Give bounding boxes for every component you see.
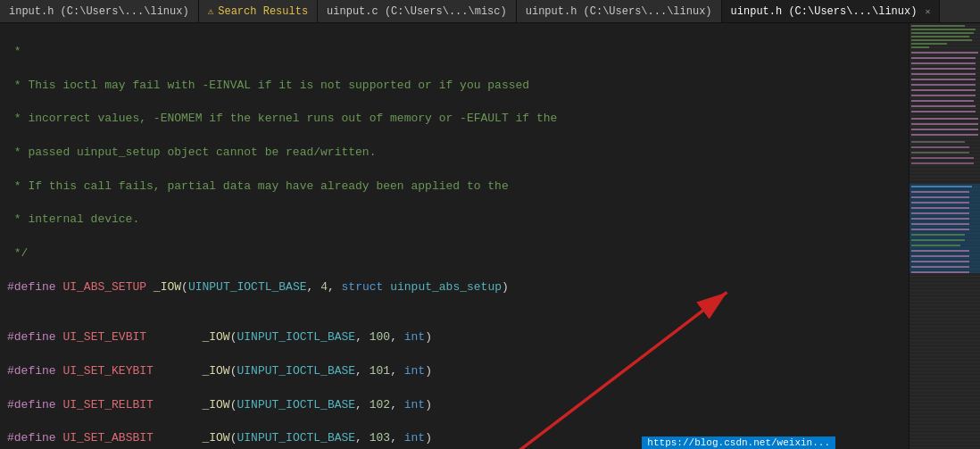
tab-uinput-h-2[interactable]: uinput.h (C:\Users\...\linux) ✕ [722,0,941,22]
tab-input-h[interactable]: input.h (C:\Users\...\linux) [0,0,199,22]
minimap [909,23,980,449]
svg-rect-10 [911,57,976,59]
tab-label: input.h (C:\Users\...\linux) [9,5,189,18]
tab-close-button[interactable]: ✕ [925,6,930,17]
svg-rect-29 [911,162,974,164]
svg-rect-24 [911,134,978,136]
svg-rect-2 [911,25,965,27]
svg-rect-22 [911,123,978,125]
svg-rect-25 [911,141,965,143]
svg-rect-44 [911,255,969,257]
warning-icon: ⚠ [208,5,214,17]
svg-rect-11 [911,62,976,64]
svg-rect-5 [911,36,969,37]
svg-rect-27 [911,152,969,154]
svg-rect-38 [911,223,969,225]
tab-label: uinput.h (C:\Users\...\linux) [526,5,712,18]
tab-label: Search Results [218,5,308,18]
svg-rect-18 [911,100,974,102]
svg-rect-40 [911,234,965,236]
svg-rect-19 [911,105,976,107]
tab-label: uinput.h (C:\Users\...\linux) [731,5,918,18]
svg-rect-9 [911,52,978,54]
svg-rect-13 [911,73,976,75]
url-bar: https://blog.csdn.net/weixin... [642,437,835,449]
code-content: * * This ioctl may fail with -EINVAL if … [7,27,909,449]
svg-rect-16 [911,89,976,91]
svg-rect-31 [911,186,972,187]
svg-rect-43 [911,250,969,252]
code-editor[interactable]: * * This ioctl may fail with -EINVAL if … [0,23,909,449]
tab-uinput-c[interactable]: uinput.c (C:\Users\...\misc) [318,0,517,22]
svg-rect-45 [911,261,969,262]
svg-rect-23 [911,129,978,130]
tab-label: uinput.c (C:\Users\...\misc) [327,5,507,18]
tab-uinput-h-1[interactable]: uinput.h (C:\Users\...\linux) [517,0,722,22]
svg-rect-6 [911,39,972,41]
svg-rect-12 [911,68,976,70]
svg-rect-15 [911,84,976,86]
svg-rect-3 [911,29,976,30]
svg-rect-36 [911,212,969,214]
svg-rect-39 [911,229,969,230]
svg-rect-47 [911,271,969,273]
svg-rect-37 [911,218,969,220]
minimap-content [909,23,980,449]
content-area: * * This ioctl may fail with -EINVAL if … [0,23,980,449]
tab-bar: input.h (C:\Users\...\linux) ⚠ Search Re… [0,0,980,23]
svg-rect-17 [911,95,976,96]
svg-rect-42 [911,245,960,246]
svg-rect-14 [911,79,976,80]
svg-rect-33 [911,196,969,198]
tab-search-results[interactable]: ⚠ Search Results [199,0,318,22]
svg-rect-4 [911,32,974,34]
svg-rect-46 [911,266,969,268]
svg-rect-20 [911,111,976,112]
svg-rect-28 [911,157,974,159]
editor-wrapper: * * This ioctl may fail with -EINVAL if … [0,23,909,449]
svg-rect-26 [911,146,969,148]
svg-rect-41 [911,239,965,241]
svg-rect-21 [911,118,978,120]
svg-rect-35 [911,207,969,209]
svg-rect-8 [911,46,929,48]
minimap-svg [909,23,980,449]
svg-rect-7 [911,43,947,45]
svg-rect-34 [911,202,969,204]
svg-rect-32 [911,191,969,193]
